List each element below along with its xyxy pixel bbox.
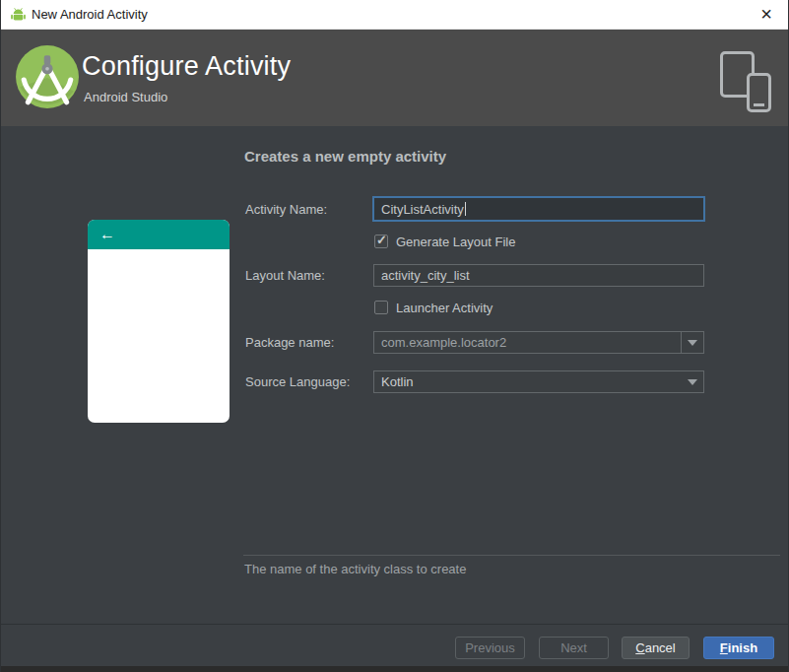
activity-name-input[interactable]: CityListActivity: [372, 196, 705, 222]
layout-name-input[interactable]: activity_city_list: [373, 264, 704, 287]
footer-divider: [1, 624, 788, 625]
window-title: New Android Activity: [32, 7, 148, 22]
wizard-header: Configure Activity Android Studio: [1, 30, 788, 126]
text-caret: [465, 202, 466, 216]
launcher-activity-checkbox[interactable]: ✓: [374, 301, 388, 314]
preview-app-bar: ←: [88, 220, 230, 249]
launcher-activity-label: Launcher Activity: [396, 301, 493, 315]
package-name-label: Package name:: [245, 335, 334, 350]
source-language-label: Source Language:: [245, 374, 350, 389]
back-arrow-icon: ←: [88, 220, 115, 248]
phone-speaker-bar: [754, 103, 764, 106]
phone-outline-icon: [747, 73, 771, 112]
new-android-activity-dialog: New Android Activity × Configure Activit…: [0, 0, 789, 672]
phone-tablet-icon: [720, 51, 771, 112]
android-robot-icon: [10, 7, 27, 24]
generate-layout-checkbox[interactable]: ✓: [374, 235, 388, 248]
close-icon[interactable]: ×: [753, 1, 780, 29]
header-title: Configure Activity: [82, 51, 291, 82]
page-title: Creates a new empty activity: [244, 148, 446, 165]
next-button[interactable]: Next: [539, 637, 609, 659]
field-hint-text: The name of the activity class to create: [244, 562, 466, 576]
package-name-value: com.example.locator2: [381, 335, 506, 350]
layout-name-value: activity_city_list: [381, 268, 470, 283]
finish-button[interactable]: Finish: [703, 637, 774, 659]
titlebar: New Android Activity ×: [1, 0, 788, 30]
cancel-button[interactable]: Cancel: [622, 637, 690, 659]
chevron-down-icon: [688, 340, 697, 346]
chevron-down-icon: [688, 379, 697, 385]
window-bottom-edge: [1, 666, 788, 672]
package-name-dropdown-button[interactable]: [681, 332, 703, 353]
generate-layout-label: Generate Layout File: [396, 235, 515, 249]
package-name-combobox[interactable]: com.example.locator2: [373, 331, 704, 354]
source-language-value: Kotlin: [381, 374, 414, 389]
previous-button[interactable]: Previous: [455, 637, 525, 659]
android-studio-logo-icon: [15, 44, 80, 109]
hint-separator: [243, 555, 780, 556]
activity-name-label: Activity Name:: [245, 202, 327, 217]
activity-name-value: CityListActivity: [381, 202, 464, 217]
layout-name-label: Layout Name:: [245, 268, 325, 283]
source-language-dropdown[interactable]: Kotlin: [373, 370, 704, 393]
header-subtitle: Android Studio: [84, 90, 167, 104]
checkmark-icon: ✓: [376, 233, 387, 247]
activity-preview-thumbnail: ←: [88, 220, 230, 423]
